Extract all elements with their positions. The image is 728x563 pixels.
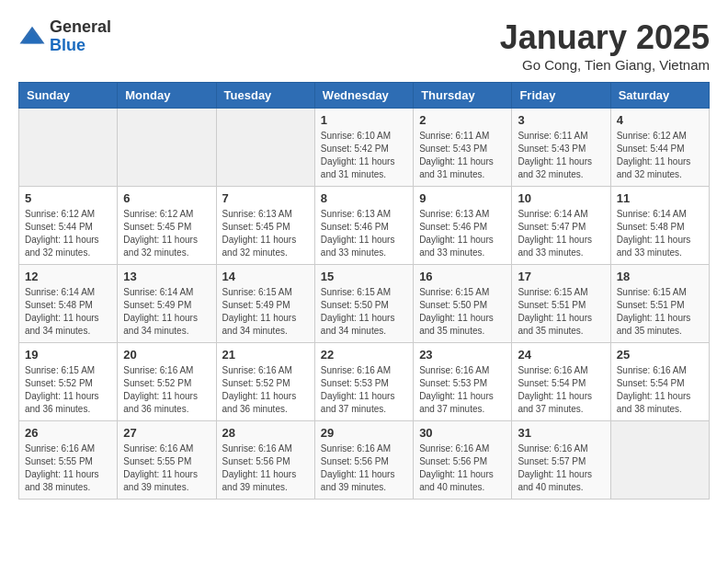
day-header-thursday: Thursday [414, 83, 512, 109]
day-info: Sunrise: 6:14 AM Sunset: 5:47 PM Dayligh… [518, 208, 604, 259]
day-number: 24 [518, 348, 604, 362]
month-title: January 2025 [500, 18, 710, 57]
day-number: 20 [123, 348, 210, 362]
calendar-cell: 31Sunrise: 6:16 AM Sunset: 5:57 PM Dayli… [512, 421, 610, 500]
day-info: Sunrise: 6:11 AM Sunset: 5:43 PM Dayligh… [419, 130, 506, 181]
day-number: 23 [419, 348, 506, 362]
day-number: 9 [419, 191, 506, 205]
day-info: Sunrise: 6:16 AM Sunset: 5:53 PM Dayligh… [419, 364, 506, 416]
day-info: Sunrise: 6:13 AM Sunset: 5:46 PM Dayligh… [321, 208, 407, 259]
day-info: Sunrise: 6:15 AM Sunset: 5:51 PM Dayligh… [617, 286, 703, 338]
calendar-cell: 4Sunrise: 6:12 AM Sunset: 5:44 PM Daylig… [610, 109, 709, 187]
day-number: 18 [617, 270, 703, 283]
day-info: Sunrise: 6:13 AM Sunset: 5:46 PM Dayligh… [419, 208, 506, 259]
logo: General Blue [18, 18, 111, 55]
day-number: 31 [518, 426, 604, 440]
day-number: 14 [222, 270, 309, 283]
day-number: 10 [518, 191, 604, 205]
calendar-cell: 29Sunrise: 6:16 AM Sunset: 5:56 PM Dayli… [314, 421, 413, 500]
day-info: Sunrise: 6:14 AM Sunset: 5:48 PM Dayligh… [25, 286, 111, 338]
calendar-cell: 12Sunrise: 6:14 AM Sunset: 5:48 PM Dayli… [19, 265, 118, 343]
calendar-cell: 28Sunrise: 6:16 AM Sunset: 5:56 PM Dayli… [216, 421, 314, 500]
calendar-header-row: SundayMondayTuesdayWednesdayThursdayFrid… [19, 83, 710, 109]
day-info: Sunrise: 6:16 AM Sunset: 5:56 PM Dayligh… [222, 442, 309, 494]
day-info: Sunrise: 6:16 AM Sunset: 5:52 PM Dayligh… [222, 364, 309, 416]
calendar-cell: 1Sunrise: 6:10 AM Sunset: 5:42 PM Daylig… [314, 109, 413, 187]
logo-blue-text: Blue [50, 36, 85, 54]
calendar-cell: 10Sunrise: 6:14 AM Sunset: 5:47 PM Dayli… [512, 187, 610, 265]
day-number: 15 [321, 270, 407, 283]
day-number: 1 [321, 113, 407, 127]
day-info: Sunrise: 6:16 AM Sunset: 5:54 PM Dayligh… [617, 364, 703, 416]
calendar-cell: 11Sunrise: 6:14 AM Sunset: 5:48 PM Dayli… [610, 187, 709, 265]
calendar-cell: 5Sunrise: 6:12 AM Sunset: 5:44 PM Daylig… [19, 187, 118, 265]
day-info: Sunrise: 6:15 AM Sunset: 5:50 PM Dayligh… [419, 286, 506, 338]
calendar-cell: 25Sunrise: 6:16 AM Sunset: 5:54 PM Dayli… [610, 343, 709, 421]
calendar-cell: 20Sunrise: 6:16 AM Sunset: 5:52 PM Dayli… [118, 343, 216, 421]
calendar-cell: 27Sunrise: 6:16 AM Sunset: 5:55 PM Dayli… [118, 421, 216, 500]
day-info: Sunrise: 6:11 AM Sunset: 5:43 PM Dayligh… [518, 130, 604, 181]
calendar-cell: 18Sunrise: 6:15 AM Sunset: 5:51 PM Dayli… [610, 265, 709, 343]
day-header-friday: Friday [512, 83, 610, 109]
title-block: January 2025 Go Cong, Tien Giang, Vietna… [500, 18, 710, 73]
calendar-cell: 26Sunrise: 6:16 AM Sunset: 5:55 PM Dayli… [19, 421, 118, 500]
day-info: Sunrise: 6:12 AM Sunset: 5:44 PM Dayligh… [25, 208, 111, 259]
calendar-cell: 19Sunrise: 6:15 AM Sunset: 5:52 PM Dayli… [19, 343, 118, 421]
calendar-cell: 24Sunrise: 6:16 AM Sunset: 5:54 PM Dayli… [512, 343, 610, 421]
day-info: Sunrise: 6:13 AM Sunset: 5:45 PM Dayligh… [222, 208, 309, 259]
calendar-week-row: 12Sunrise: 6:14 AM Sunset: 5:48 PM Dayli… [19, 265, 710, 343]
logo-icon [18, 23, 46, 51]
calendar-week-row: 1Sunrise: 6:10 AM Sunset: 5:42 PM Daylig… [19, 109, 710, 187]
day-number: 27 [123, 426, 210, 440]
day-number: 30 [419, 426, 506, 440]
day-info: Sunrise: 6:16 AM Sunset: 5:57 PM Dayligh… [518, 442, 604, 494]
calendar-cell: 2Sunrise: 6:11 AM Sunset: 5:43 PM Daylig… [414, 109, 512, 187]
calendar-week-row: 5Sunrise: 6:12 AM Sunset: 5:44 PM Daylig… [19, 187, 710, 265]
calendar-cell: 3Sunrise: 6:11 AM Sunset: 5:43 PM Daylig… [512, 109, 610, 187]
calendar-cell [19, 109, 118, 187]
page-header: General Blue January 2025 Go Cong, Tien … [18, 18, 710, 73]
day-number: 21 [222, 348, 309, 362]
day-info: Sunrise: 6:14 AM Sunset: 5:49 PM Dayligh… [123, 286, 210, 338]
calendar-cell: 22Sunrise: 6:16 AM Sunset: 5:53 PM Dayli… [314, 343, 413, 421]
day-number: 29 [321, 426, 407, 440]
calendar-cell: 8Sunrise: 6:13 AM Sunset: 5:46 PM Daylig… [314, 187, 413, 265]
calendar-cell: 17Sunrise: 6:15 AM Sunset: 5:51 PM Dayli… [512, 265, 610, 343]
day-header-monday: Monday [118, 83, 216, 109]
day-number: 5 [25, 191, 111, 205]
day-number: 25 [617, 348, 703, 362]
day-info: Sunrise: 6:16 AM Sunset: 5:55 PM Dayligh… [25, 442, 111, 494]
day-info: Sunrise: 6:12 AM Sunset: 5:44 PM Dayligh… [617, 130, 703, 181]
calendar-table: SundayMondayTuesdayWednesdayThursdayFrid… [18, 82, 710, 500]
day-info: Sunrise: 6:10 AM Sunset: 5:42 PM Dayligh… [321, 130, 407, 181]
day-number: 11 [617, 191, 703, 205]
day-header-saturday: Saturday [610, 83, 709, 109]
day-info: Sunrise: 6:16 AM Sunset: 5:56 PM Dayligh… [419, 442, 506, 494]
calendar-cell: 30Sunrise: 6:16 AM Sunset: 5:56 PM Dayli… [414, 421, 512, 500]
calendar-week-row: 26Sunrise: 6:16 AM Sunset: 5:55 PM Dayli… [19, 421, 710, 500]
calendar-cell: 16Sunrise: 6:15 AM Sunset: 5:50 PM Dayli… [414, 265, 512, 343]
calendar-cell [216, 109, 314, 187]
day-number: 13 [123, 270, 210, 283]
calendar-week-row: 19Sunrise: 6:15 AM Sunset: 5:52 PM Dayli… [19, 343, 710, 421]
calendar-cell [610, 421, 709, 500]
day-number: 19 [25, 348, 111, 362]
calendar-cell: 9Sunrise: 6:13 AM Sunset: 5:46 PM Daylig… [414, 187, 512, 265]
calendar-cell: 14Sunrise: 6:15 AM Sunset: 5:49 PM Dayli… [216, 265, 314, 343]
calendar-cell: 23Sunrise: 6:16 AM Sunset: 5:53 PM Dayli… [414, 343, 512, 421]
day-number: 8 [321, 191, 407, 205]
day-number: 16 [419, 270, 506, 283]
calendar-cell: 6Sunrise: 6:12 AM Sunset: 5:45 PM Daylig… [118, 187, 216, 265]
day-header-sunday: Sunday [19, 83, 118, 109]
day-number: 22 [321, 348, 407, 362]
calendar-cell: 13Sunrise: 6:14 AM Sunset: 5:49 PM Dayli… [118, 265, 216, 343]
logo-general-text: General [50, 17, 111, 36]
day-number: 7 [222, 191, 309, 205]
location-text: Go Cong, Tien Giang, Vietnam [500, 57, 710, 73]
day-info: Sunrise: 6:15 AM Sunset: 5:52 PM Dayligh… [25, 364, 111, 416]
day-number: 2 [419, 113, 506, 127]
day-header-wednesday: Wednesday [314, 83, 413, 109]
day-info: Sunrise: 6:16 AM Sunset: 5:53 PM Dayligh… [321, 364, 407, 416]
day-info: Sunrise: 6:16 AM Sunset: 5:52 PM Dayligh… [123, 364, 210, 416]
calendar-cell: 7Sunrise: 6:13 AM Sunset: 5:45 PM Daylig… [216, 187, 314, 265]
